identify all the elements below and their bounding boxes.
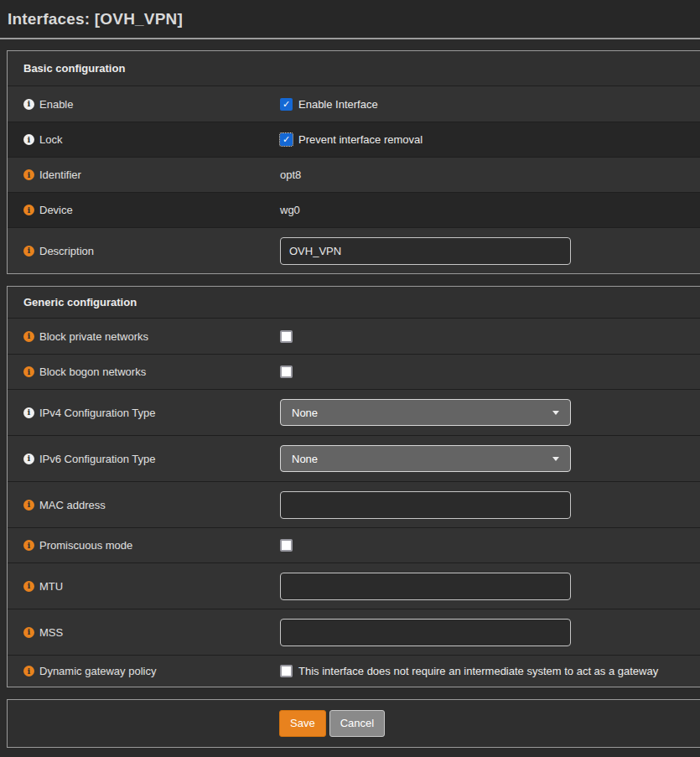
form-row-mac-address: MAC address (8, 481, 700, 527)
info-circle-icon[interactable] (23, 134, 34, 145)
section-generic: Generic configurationBlock private netwo… (7, 286, 700, 687)
mac-address-input[interactable] (280, 491, 571, 519)
info-circle-icon[interactable] (23, 666, 34, 677)
section-basic: Basic configurationEnableEnable Interfac… (7, 50, 700, 274)
form-row-promiscuous-mode: Promiscuous mode (8, 527, 700, 563)
info-circle-icon[interactable] (23, 205, 34, 215)
field-label: MSS (39, 626, 63, 639)
form-row-block-bogon-networks: Block bogon networks (8, 354, 700, 389)
info-circle-icon[interactable] (23, 581, 34, 592)
info-circle-icon[interactable] (23, 500, 34, 511)
field-label: IPv4 Configuration Type (39, 407, 156, 419)
info-circle-icon[interactable] (23, 331, 34, 342)
field-value: wg0 (280, 204, 300, 216)
form-row-device: Devicewg0 (8, 192, 700, 227)
field-label: MTU (39, 580, 63, 593)
form-row-ipv4-configuration-type: IPv4 Configuration TypeNone (8, 389, 700, 435)
info-circle-icon[interactable] (23, 407, 34, 418)
section-header: Generic configuration (8, 287, 700, 319)
info-circle-icon[interactable] (23, 454, 34, 464)
block-private-networks-checkbox[interactable] (280, 330, 293, 343)
content-area: Basic configurationEnableEnable Interfac… (0, 39, 700, 748)
select-value: None (292, 453, 318, 465)
form-sections: Basic configurationEnableEnable Interfac… (7, 50, 700, 687)
form-row-enable: EnableEnable Interface (8, 86, 700, 122)
block-bogon-networks-checkbox[interactable] (280, 366, 293, 378)
form-row-lock: LockPrevent interface removal (8, 122, 700, 157)
field-label: Dynamic gateway policy (39, 665, 156, 677)
section-title: Basic configuration (23, 62, 125, 75)
field-label: Promiscuous mode (39, 539, 132, 552)
info-circle-icon[interactable] (23, 169, 34, 180)
info-circle-icon[interactable] (23, 366, 34, 377)
field-label: Description (39, 245, 94, 257)
field-label: IPv6 Configuration Type (39, 453, 156, 465)
form-row-description: Description (8, 227, 700, 273)
form-row-mtu: MTU (8, 563, 700, 609)
actions-panel: Save Cancel (7, 699, 700, 748)
checkbox-label: This interface does not require an inter… (298, 665, 658, 677)
checkbox-label: Prevent interface removal (298, 133, 423, 146)
field-label: Block private networks (39, 330, 148, 343)
info-circle-icon[interactable] (23, 627, 34, 638)
mss-input[interactable] (280, 619, 571, 646)
checkbox-label: Enable Interface (298, 98, 378, 111)
form-row-mss: MSS (8, 609, 700, 655)
field-label: Identifier (39, 169, 81, 181)
field-value: opt8 (280, 169, 301, 181)
chevron-down-icon (552, 411, 559, 415)
enable-checkbox[interactable] (280, 98, 293, 111)
chevron-down-icon (552, 457, 559, 461)
cancel-button[interactable]: Cancel (329, 710, 385, 737)
dynamic-gateway-policy-checkbox[interactable] (280, 665, 293, 677)
section-header: Basic configuration (8, 51, 700, 86)
field-label: Device (39, 204, 73, 216)
section-title: Generic configuration (23, 296, 137, 309)
ipv4-configuration-type-select[interactable]: None (280, 399, 571, 426)
mtu-input[interactable] (280, 573, 571, 600)
info-circle-icon[interactable] (23, 540, 34, 551)
info-circle-icon[interactable] (23, 99, 34, 110)
lock-checkbox[interactable] (280, 133, 293, 146)
ipv6-configuration-type-select[interactable]: None (280, 445, 571, 472)
field-label: Block bogon networks (39, 366, 146, 378)
info-circle-icon[interactable] (23, 246, 34, 257)
form-row-block-private-networks: Block private networks (8, 319, 700, 354)
page-title: Interfaces: [OVH_VPN] (8, 10, 183, 29)
promiscuous-mode-checkbox[interactable] (280, 539, 293, 552)
form-row-identifier: Identifieropt8 (8, 157, 700, 192)
field-label: MAC address (39, 499, 106, 511)
select-value: None (292, 407, 318, 419)
field-label: Enable (39, 98, 73, 111)
field-label: Lock (39, 133, 62, 146)
save-button[interactable]: Save (279, 710, 326, 737)
description-input[interactable] (280, 237, 571, 265)
form-row-ipv6-configuration-type: IPv6 Configuration TypeNone (8, 435, 700, 481)
form-row-dynamic-gateway-policy: Dynamic gateway policyThis interface doe… (8, 655, 700, 687)
page-header: Interfaces: [OVH_VPN] (0, 0, 700, 39)
